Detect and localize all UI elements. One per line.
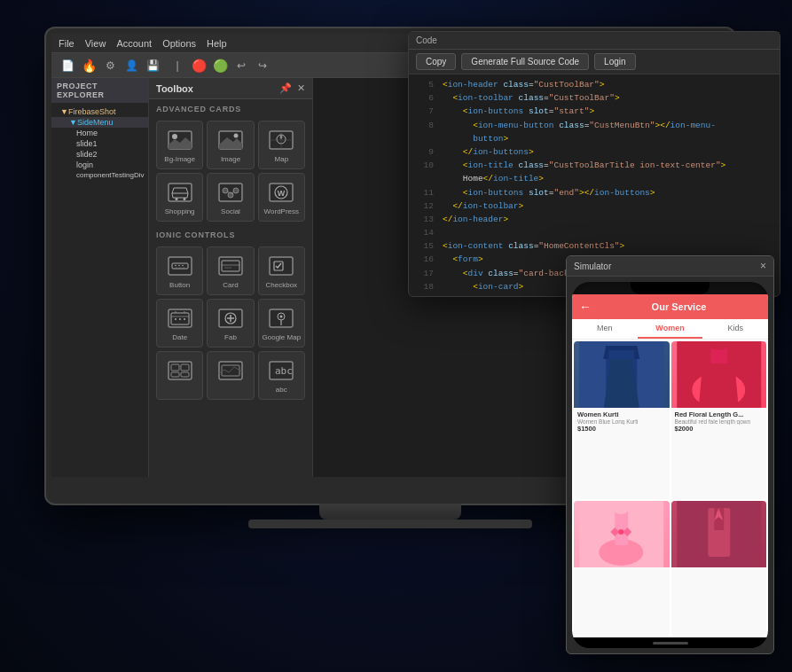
toolbox-label-shopping: Shopping: [165, 207, 195, 215]
svg-text:abc: abc: [275, 365, 293, 377]
tree-sidemenu[interactable]: ▼ SideMenu: [51, 117, 148, 128]
laptop-stand: [319, 504, 461, 520]
grid-icon: [164, 357, 196, 384]
toolbox-item-extra2[interactable]: [207, 351, 254, 400]
svg-point-70: [715, 371, 718, 374]
toolbox-item-fab[interactable]: Fab: [207, 299, 254, 348]
tab-women[interactable]: Women: [638, 319, 703, 339]
toolbar-divider: |: [169, 57, 186, 74]
svg-text:W: W: [278, 189, 286, 198]
svg-rect-32: [270, 257, 293, 275]
toolbox-label-fab: Fab: [224, 333, 237, 341]
date-icon: [164, 305, 196, 332]
code-line-8: 8 <ion-menu-button class="CustMenuBtn"><…: [409, 119, 780, 132]
checkbox-icon: [265, 253, 297, 279]
phone-frame: ← Our Service Men Women Kids: [572, 282, 768, 648]
media-icon: [215, 357, 247, 384]
toolbar-save[interactable]: 💾: [144, 57, 161, 74]
toolbox-panel: Toolbox 📌 ✕ ADVANCED CARDS: [149, 78, 313, 477]
tree-slide2[interactable]: slide2: [51, 149, 148, 160]
svg-point-26: [178, 265, 180, 267]
toolbox-close[interactable]: ✕: [297, 82, 305, 94]
code-line-15: 15 <ion-content class="HomeContentCls">: [409, 239, 780, 253]
tree-home[interactable]: Home: [51, 128, 148, 138]
app-tabs: Men Women Kids: [572, 319, 768, 340]
svg-rect-28: [219, 257, 242, 275]
toolbox-title: Toolbox: [156, 83, 193, 94]
toolbox-item-button[interactable]: Button: [156, 246, 203, 295]
toolbox-item-extra1[interactable]: [156, 351, 203, 400]
toolbox-item-date[interactable]: Date: [156, 299, 203, 348]
product-img-suit: [671, 501, 767, 567]
tab-kids[interactable]: Kids: [702, 319, 768, 339]
button-icon: [164, 253, 196, 279]
app-title: Our Service: [597, 301, 761, 312]
toolbox-item-checkbox[interactable]: Checkbox: [258, 246, 305, 295]
simulator-close-button[interactable]: ×: [760, 260, 766, 272]
login-button[interactable]: Login: [594, 53, 635, 70]
back-button[interactable]: ←: [579, 300, 592, 314]
code-line-6: 6 <ion-toolbar class="CustToolBar">: [409, 91, 780, 105]
phone-notch: [631, 282, 709, 294]
tree-slide1[interactable]: slide1: [51, 138, 148, 149]
toolbox-label-button: Button: [169, 281, 190, 289]
app-products: Women Kurti Women Blue Long Kurti $1500: [572, 340, 768, 637]
toolbar-person[interactable]: 👤: [122, 57, 140, 74]
toolbar-run[interactable]: 🟢: [211, 57, 229, 74]
generate-button[interactable]: Generate Full Source Code: [461, 53, 589, 70]
svg-point-64: [692, 372, 745, 408]
toolbox-item-card[interactable]: Card: [207, 246, 254, 295]
menu-options[interactable]: Options: [162, 38, 196, 49]
svg-point-40: [179, 318, 181, 320]
copy-button[interactable]: Copy: [416, 53, 456, 70]
toolbox-item-googlemap[interactable]: Google Map: [258, 299, 305, 348]
simulator-title: Simulator: [574, 262, 611, 271]
toolbox-grid-ionic: Button Card: [149, 243, 312, 403]
code-line-10: 10 <ion-title class="CustToolBarTitle io…: [409, 159, 780, 172]
toolbox-label-bgimage: Bg-Image: [164, 155, 195, 163]
wordpress-icon: W: [265, 179, 297, 206]
simulator-titlebar: Simulator ×: [567, 256, 773, 277]
product-card-4[interactable]: [671, 501, 767, 637]
svg-point-13: [233, 188, 239, 193]
svg-point-48: [280, 316, 283, 318]
toolbox-item-text[interactable]: abc abc: [258, 351, 305, 400]
toolbox-item-map[interactable]: Map: [258, 121, 305, 169]
svg-point-12: [223, 188, 228, 193]
toolbox-item-image[interactable]: Image: [207, 121, 254, 169]
toolbar-settings[interactable]: ⚙: [101, 57, 119, 74]
toolbox-item-bgimage[interactable]: Bg-Image: [156, 121, 203, 169]
product-card-3[interactable]: [574, 501, 670, 637]
toolbar-new[interactable]: 📄: [59, 57, 76, 74]
toolbox-item-shopping[interactable]: Shopping: [156, 173, 203, 222]
tree-login[interactable]: login: [51, 160, 148, 170]
toolbox-item-social[interactable]: Social: [207, 173, 254, 222]
toolbar-fire[interactable]: 🔥: [80, 57, 98, 74]
svg-point-69: [729, 376, 734, 381]
menu-file[interactable]: File: [59, 38, 74, 49]
product-card-1[interactable]: Women Kurti Women Blue Long Kurti $1500: [574, 341, 670, 499]
googlemap-icon: [265, 305, 297, 332]
tree-firebase[interactable]: ▼ FirebaseShot: [51, 106, 148, 117]
social-icon: [215, 179, 247, 206]
toolbar-undo[interactable]: ↩: [232, 57, 250, 74]
menu-help[interactable]: Help: [207, 38, 227, 49]
tab-men[interactable]: Men: [572, 319, 638, 339]
menu-account[interactable]: Account: [116, 38, 152, 49]
product-card-2[interactable]: Red Floral Length G... Beautiful red fal…: [671, 341, 767, 499]
menu-view[interactable]: View: [85, 38, 106, 49]
product-info-4: [671, 567, 767, 573]
code-line-12: 12 </ion-toolbar>: [409, 199, 780, 213]
toolbar-redo[interactable]: ↪: [254, 57, 271, 74]
toolbox-pin[interactable]: 📌: [279, 82, 292, 94]
svg-rect-61: [608, 350, 616, 386]
product-img-dress: [671, 341, 767, 408]
simulator-window: Simulator × ← Our Service Men Women Kids: [566, 255, 774, 654]
svg-point-3: [233, 134, 238, 138]
toolbar-stop[interactable]: 🔴: [190, 57, 208, 74]
svg-point-27: [182, 265, 184, 267]
product-info-1: Women Kurti Women Blue Long Kurti $1500: [574, 408, 670, 435]
toolbox-item-wordpress[interactable]: W WordPress: [258, 173, 305, 222]
tree-component[interactable]: componentTestingDiv: [51, 170, 148, 180]
card-icon: [215, 253, 247, 279]
